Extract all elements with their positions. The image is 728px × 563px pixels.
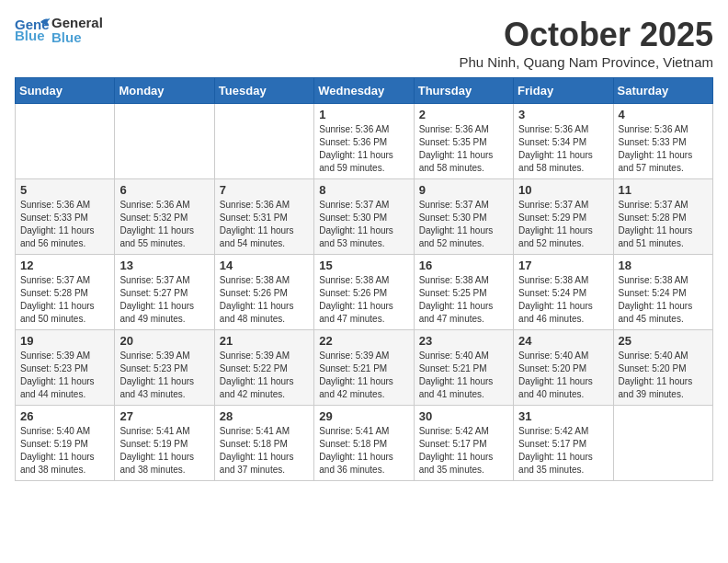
- day-info: Sunrise: 5:36 AMSunset: 5:31 PMDaylight:…: [220, 199, 309, 250]
- calendar-cell: 5Sunrise: 5:36 AMSunset: 5:33 PMDaylight…: [16, 179, 115, 255]
- day-info: Sunrise: 5:38 AMSunset: 5:26 PMDaylight:…: [319, 274, 408, 326]
- day-info: Sunrise: 5:37 AMSunset: 5:28 PMDaylight:…: [20, 274, 109, 326]
- day-number: 13: [119, 259, 209, 272]
- calendar-cell: 20Sunrise: 5:39 AMSunset: 5:23 PMDayligh…: [115, 330, 214, 406]
- day-number: 17: [518, 259, 608, 272]
- day-number: 22: [319, 334, 408, 348]
- logo-blue-text: Blue: [51, 30, 103, 46]
- calendar-week-row: 5Sunrise: 5:36 AMSunset: 5:33 PMDaylight…: [16, 179, 713, 255]
- calendar-cell: 26Sunrise: 5:40 AMSunset: 5:19 PMDayligh…: [16, 406, 115, 481]
- calendar-cell: 16Sunrise: 5:38 AMSunset: 5:25 PMDayligh…: [414, 255, 513, 330]
- day-info: Sunrise: 5:41 AMSunset: 5:18 PMDaylight:…: [220, 425, 309, 477]
- calendar-week-row: 1Sunrise: 5:36 AMSunset: 5:36 PMDaylight…: [16, 104, 713, 179]
- day-info: Sunrise: 5:37 AMSunset: 5:30 PMDaylight:…: [419, 199, 508, 250]
- day-number: 24: [518, 334, 608, 348]
- day-number: 26: [20, 409, 109, 423]
- day-info: Sunrise: 5:38 AMSunset: 5:24 PMDaylight:…: [619, 274, 708, 326]
- calendar-cell: [214, 104, 313, 179]
- day-info: Sunrise: 5:36 AMSunset: 5:34 PMDaylight:…: [518, 123, 608, 175]
- day-info: Sunrise: 5:40 AMSunset: 5:19 PMDaylight:…: [20, 425, 109, 477]
- day-number: 23: [419, 334, 508, 348]
- calendar-cell: 6Sunrise: 5:36 AMSunset: 5:32 PMDaylight…: [115, 179, 214, 255]
- day-info: Sunrise: 5:42 AMSunset: 5:17 PMDaylight:…: [419, 425, 508, 477]
- calendar-cell: 4Sunrise: 5:36 AMSunset: 5:33 PMDaylight…: [613, 104, 712, 179]
- calendar-cell: 29Sunrise: 5:41 AMSunset: 5:18 PMDayligh…: [314, 406, 414, 481]
- calendar-cell: [16, 104, 115, 179]
- day-info: Sunrise: 5:40 AMSunset: 5:20 PMDaylight:…: [619, 350, 708, 401]
- day-info: Sunrise: 5:37 AMSunset: 5:28 PMDaylight:…: [619, 199, 708, 250]
- day-number: 4: [619, 108, 708, 121]
- calendar-cell: [115, 104, 214, 179]
- day-number: 7: [220, 183, 309, 197]
- day-number: 8: [319, 183, 408, 197]
- day-number: 14: [220, 259, 309, 272]
- logo-general-text: General: [51, 16, 103, 31]
- day-info: Sunrise: 5:38 AMSunset: 5:24 PMDaylight:…: [518, 274, 608, 326]
- day-number: 28: [220, 409, 309, 423]
- calendar-cell: 14Sunrise: 5:38 AMSunset: 5:26 PMDayligh…: [214, 255, 313, 330]
- day-info: Sunrise: 5:39 AMSunset: 5:23 PMDaylight:…: [20, 350, 109, 401]
- day-number: 27: [119, 409, 209, 423]
- calendar-table: SundayMondayTuesdayWednesdayThursdayFrid…: [15, 77, 713, 481]
- calendar-cell: 7Sunrise: 5:36 AMSunset: 5:31 PMDaylight…: [214, 179, 313, 255]
- location-text: Phu Ninh, Quang Nam Province, Vietnam: [459, 54, 713, 70]
- calendar-cell: 22Sunrise: 5:39 AMSunset: 5:21 PMDayligh…: [314, 330, 414, 406]
- day-info: Sunrise: 5:36 AMSunset: 5:33 PMDaylight:…: [619, 123, 708, 175]
- day-info: Sunrise: 5:39 AMSunset: 5:22 PMDaylight:…: [220, 350, 309, 401]
- calendar-cell: 19Sunrise: 5:39 AMSunset: 5:23 PMDayligh…: [16, 330, 115, 406]
- logo: General Blue General Blue: [15, 15, 103, 46]
- calendar-cell: 10Sunrise: 5:37 AMSunset: 5:29 PMDayligh…: [514, 179, 613, 255]
- day-info: Sunrise: 5:38 AMSunset: 5:25 PMDaylight:…: [419, 274, 508, 326]
- day-number: 25: [619, 334, 708, 348]
- calendar-cell: 3Sunrise: 5:36 AMSunset: 5:34 PMDaylight…: [514, 104, 613, 179]
- calendar-cell: 18Sunrise: 5:38 AMSunset: 5:24 PMDayligh…: [613, 255, 712, 330]
- day-info: Sunrise: 5:38 AMSunset: 5:26 PMDaylight:…: [220, 274, 309, 326]
- calendar-cell: 11Sunrise: 5:37 AMSunset: 5:28 PMDayligh…: [613, 179, 712, 255]
- day-info: Sunrise: 5:39 AMSunset: 5:21 PMDaylight:…: [319, 350, 408, 401]
- calendar-cell: [613, 406, 712, 481]
- day-info: Sunrise: 5:37 AMSunset: 5:29 PMDaylight:…: [518, 199, 608, 250]
- day-number: 18: [619, 259, 708, 272]
- day-number: 31: [518, 409, 608, 423]
- day-number: 12: [20, 259, 109, 272]
- column-header-wednesday: Wednesday: [314, 78, 414, 104]
- day-number: 15: [319, 259, 408, 272]
- day-number: 29: [319, 409, 408, 423]
- calendar-cell: 12Sunrise: 5:37 AMSunset: 5:28 PMDayligh…: [16, 255, 115, 330]
- day-info: Sunrise: 5:39 AMSunset: 5:23 PMDaylight:…: [119, 350, 209, 401]
- logo-icon: General Blue: [15, 15, 50, 42]
- column-header-thursday: Thursday: [414, 78, 513, 104]
- column-header-monday: Monday: [115, 78, 214, 104]
- calendar-cell: 30Sunrise: 5:42 AMSunset: 5:17 PMDayligh…: [414, 406, 513, 481]
- day-info: Sunrise: 5:41 AMSunset: 5:19 PMDaylight:…: [119, 425, 209, 477]
- day-number: 2: [419, 108, 508, 121]
- calendar-cell: 13Sunrise: 5:37 AMSunset: 5:27 PMDayligh…: [115, 255, 214, 330]
- day-number: 9: [419, 183, 508, 197]
- day-info: Sunrise: 5:40 AMSunset: 5:20 PMDaylight:…: [518, 350, 608, 401]
- calendar-cell: 9Sunrise: 5:37 AMSunset: 5:30 PMDaylight…: [414, 179, 513, 255]
- day-info: Sunrise: 5:36 AMSunset: 5:32 PMDaylight:…: [119, 199, 209, 250]
- day-info: Sunrise: 5:36 AMSunset: 5:33 PMDaylight:…: [20, 199, 109, 250]
- calendar-cell: 15Sunrise: 5:38 AMSunset: 5:26 PMDayligh…: [314, 255, 414, 330]
- calendar-cell: 25Sunrise: 5:40 AMSunset: 5:20 PMDayligh…: [613, 330, 712, 406]
- calendar-cell: 1Sunrise: 5:36 AMSunset: 5:36 PMDaylight…: [314, 104, 414, 179]
- calendar-header-row: SundayMondayTuesdayWednesdayThursdayFrid…: [16, 78, 713, 104]
- calendar-cell: 8Sunrise: 5:37 AMSunset: 5:30 PMDaylight…: [314, 179, 414, 255]
- day-number: 6: [119, 183, 209, 197]
- day-number: 1: [319, 108, 408, 121]
- calendar-cell: 2Sunrise: 5:36 AMSunset: 5:35 PMDaylight…: [414, 104, 513, 179]
- calendar-cell: 21Sunrise: 5:39 AMSunset: 5:22 PMDayligh…: [214, 330, 313, 406]
- day-info: Sunrise: 5:36 AMSunset: 5:36 PMDaylight:…: [319, 123, 408, 175]
- calendar-cell: 17Sunrise: 5:38 AMSunset: 5:24 PMDayligh…: [514, 255, 613, 330]
- calendar-week-row: 19Sunrise: 5:39 AMSunset: 5:23 PMDayligh…: [16, 330, 713, 406]
- day-number: 5: [20, 183, 109, 197]
- day-number: 3: [518, 108, 608, 121]
- page-header: General Blue General Blue October 2025 P…: [15, 15, 713, 70]
- calendar-cell: 23Sunrise: 5:40 AMSunset: 5:21 PMDayligh…: [414, 330, 513, 406]
- day-info: Sunrise: 5:37 AMSunset: 5:27 PMDaylight:…: [119, 274, 209, 326]
- day-number: 30: [419, 409, 508, 423]
- day-info: Sunrise: 5:41 AMSunset: 5:18 PMDaylight:…: [319, 425, 408, 477]
- day-info: Sunrise: 5:36 AMSunset: 5:35 PMDaylight:…: [419, 123, 508, 175]
- day-info: Sunrise: 5:42 AMSunset: 5:17 PMDaylight:…: [518, 425, 608, 477]
- calendar-week-row: 12Sunrise: 5:37 AMSunset: 5:28 PMDayligh…: [16, 255, 713, 330]
